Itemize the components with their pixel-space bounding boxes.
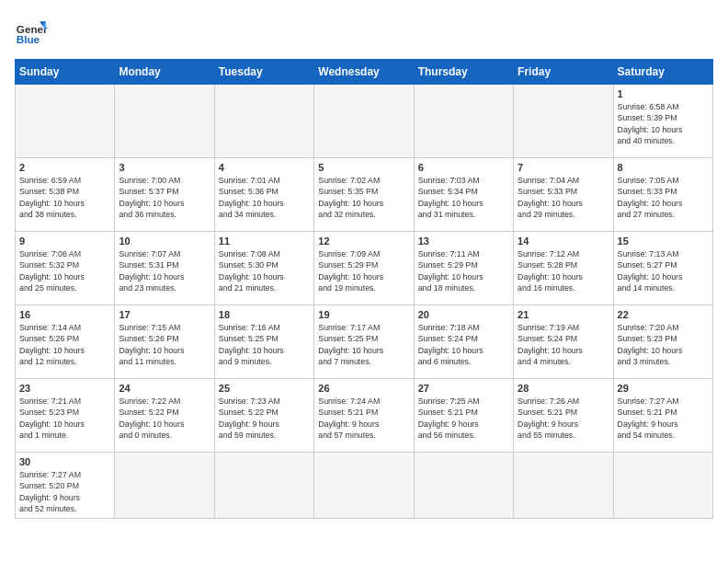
calendar-cell: 24Sunrise: 7:22 AM Sunset: 5:22 PM Dayli… <box>115 379 214 453</box>
calendar-cell <box>514 85 613 158</box>
logo: General Blue <box>15 15 48 48</box>
day-info: Sunrise: 7:04 AM Sunset: 5:33 PM Dayligh… <box>518 175 609 220</box>
day-info: Sunrise: 7:13 AM Sunset: 5:27 PM Dayligh… <box>618 248 709 293</box>
calendar-cell: 18Sunrise: 7:16 AM Sunset: 5:25 PM Dayli… <box>214 305 313 379</box>
calendar-cell: 13Sunrise: 7:11 AM Sunset: 5:29 PM Dayli… <box>414 232 513 305</box>
day-number: 11 <box>219 236 310 247</box>
day-number: 19 <box>318 309 409 320</box>
calendar-header-row: SundayMondayTuesdayWednesdayThursdayFrid… <box>16 60 713 85</box>
calendar-cell <box>115 453 214 519</box>
day-info: Sunrise: 6:59 AM Sunset: 5:38 PM Dayligh… <box>19 175 110 220</box>
day-number: 13 <box>418 236 509 247</box>
calendar-week-row: 9Sunrise: 7:06 AM Sunset: 5:32 PM Daylig… <box>16 232 713 305</box>
calendar-cell: 9Sunrise: 7:06 AM Sunset: 5:32 PM Daylig… <box>16 232 115 305</box>
day-info: Sunrise: 7:22 AM Sunset: 5:22 PM Dayligh… <box>119 396 210 441</box>
calendar-table: SundayMondayTuesdayWednesdayThursdayFrid… <box>15 59 713 519</box>
day-info: Sunrise: 7:26 AM Sunset: 5:21 PM Dayligh… <box>518 396 609 441</box>
calendar-cell <box>314 85 414 158</box>
day-info: Sunrise: 7:02 AM Sunset: 5:35 PM Dayligh… <box>318 175 409 220</box>
day-number: 27 <box>418 383 509 394</box>
day-info: Sunrise: 7:05 AM Sunset: 5:33 PM Dayligh… <box>618 175 709 220</box>
day-info: Sunrise: 7:27 AM Sunset: 5:20 PM Dayligh… <box>19 469 110 514</box>
day-info: Sunrise: 7:20 AM Sunset: 5:23 PM Dayligh… <box>618 322 709 367</box>
calendar-cell: 21Sunrise: 7:19 AM Sunset: 5:24 PM Dayli… <box>514 305 613 379</box>
calendar-week-row: 23Sunrise: 7:21 AM Sunset: 5:23 PM Dayli… <box>16 379 713 453</box>
calendar-cell: 14Sunrise: 7:12 AM Sunset: 5:28 PM Dayli… <box>514 232 613 305</box>
calendar-cell: 7Sunrise: 7:04 AM Sunset: 5:33 PM Daylig… <box>514 158 613 232</box>
day-number: 23 <box>19 383 110 394</box>
day-header-saturday: Saturday <box>613 60 712 85</box>
day-info: Sunrise: 7:01 AM Sunset: 5:36 PM Dayligh… <box>219 175 310 220</box>
day-header-thursday: Thursday <box>414 60 513 85</box>
calendar-cell <box>214 85 313 158</box>
calendar-cell <box>16 85 115 158</box>
calendar-cell: 25Sunrise: 7:23 AM Sunset: 5:22 PM Dayli… <box>214 379 313 453</box>
day-number: 24 <box>119 383 210 394</box>
day-info: Sunrise: 7:14 AM Sunset: 5:26 PM Dayligh… <box>19 322 110 367</box>
logo-icon: General Blue <box>15 15 48 48</box>
day-number: 29 <box>618 383 709 394</box>
day-number: 8 <box>618 162 709 173</box>
day-number: 18 <box>219 309 310 320</box>
day-info: Sunrise: 7:21 AM Sunset: 5:23 PM Dayligh… <box>19 396 110 441</box>
day-info: Sunrise: 7:16 AM Sunset: 5:25 PM Dayligh… <box>219 322 310 367</box>
calendar-cell: 17Sunrise: 7:15 AM Sunset: 5:26 PM Dayli… <box>115 305 214 379</box>
calendar-cell <box>414 85 513 158</box>
day-number: 5 <box>318 162 409 173</box>
day-info: Sunrise: 6:58 AM Sunset: 5:39 PM Dayligh… <box>618 101 709 146</box>
calendar-week-row: 2Sunrise: 6:59 AM Sunset: 5:38 PM Daylig… <box>16 158 713 232</box>
day-header-tuesday: Tuesday <box>214 60 313 85</box>
day-info: Sunrise: 7:12 AM Sunset: 5:28 PM Dayligh… <box>518 248 609 293</box>
calendar-cell <box>414 453 513 519</box>
calendar-cell: 12Sunrise: 7:09 AM Sunset: 5:29 PM Dayli… <box>314 232 414 305</box>
day-number: 10 <box>119 236 210 247</box>
day-info: Sunrise: 7:03 AM Sunset: 5:34 PM Dayligh… <box>418 175 509 220</box>
day-header-wednesday: Wednesday <box>314 60 414 85</box>
day-header-friday: Friday <box>514 60 613 85</box>
day-number: 6 <box>418 162 509 173</box>
calendar-cell: 30Sunrise: 7:27 AM Sunset: 5:20 PM Dayli… <box>16 453 115 519</box>
calendar-cell: 26Sunrise: 7:24 AM Sunset: 5:21 PM Dayli… <box>314 379 414 453</box>
calendar-cell: 6Sunrise: 7:03 AM Sunset: 5:34 PM Daylig… <box>414 158 513 232</box>
day-number: 1 <box>618 88 709 99</box>
day-info: Sunrise: 7:19 AM Sunset: 5:24 PM Dayligh… <box>518 322 609 367</box>
day-number: 2 <box>19 162 110 173</box>
calendar-cell: 28Sunrise: 7:26 AM Sunset: 5:21 PM Dayli… <box>514 379 613 453</box>
calendar-cell: 4Sunrise: 7:01 AM Sunset: 5:36 PM Daylig… <box>214 158 313 232</box>
day-number: 15 <box>618 236 709 247</box>
calendar-cell: 1Sunrise: 6:58 AM Sunset: 5:39 PM Daylig… <box>613 85 712 158</box>
calendar-cell: 10Sunrise: 7:07 AM Sunset: 5:31 PM Dayli… <box>115 232 214 305</box>
day-number: 21 <box>518 309 609 320</box>
calendar-week-row: 30Sunrise: 7:27 AM Sunset: 5:20 PM Dayli… <box>16 453 713 519</box>
day-number: 9 <box>19 236 110 247</box>
day-number: 4 <box>219 162 310 173</box>
day-info: Sunrise: 7:27 AM Sunset: 5:21 PM Dayligh… <box>618 396 709 441</box>
day-header-sunday: Sunday <box>16 60 115 85</box>
day-number: 28 <box>518 383 609 394</box>
calendar-cell: 5Sunrise: 7:02 AM Sunset: 5:35 PM Daylig… <box>314 158 414 232</box>
calendar-cell <box>214 453 313 519</box>
day-info: Sunrise: 7:00 AM Sunset: 5:37 PM Dayligh… <box>119 175 210 220</box>
day-info: Sunrise: 7:09 AM Sunset: 5:29 PM Dayligh… <box>318 248 409 293</box>
calendar-cell <box>514 453 613 519</box>
calendar-week-row: 16Sunrise: 7:14 AM Sunset: 5:26 PM Dayli… <box>16 305 713 379</box>
calendar-cell: 27Sunrise: 7:25 AM Sunset: 5:21 PM Dayli… <box>414 379 513 453</box>
day-info: Sunrise: 7:24 AM Sunset: 5:21 PM Dayligh… <box>318 396 409 441</box>
calendar-cell: 23Sunrise: 7:21 AM Sunset: 5:23 PM Dayli… <box>16 379 115 453</box>
calendar-cell <box>314 453 414 519</box>
calendar-cell <box>613 453 712 519</box>
calendar-cell: 3Sunrise: 7:00 AM Sunset: 5:37 PM Daylig… <box>115 158 214 232</box>
calendar-cell: 19Sunrise: 7:17 AM Sunset: 5:25 PM Dayli… <box>314 305 414 379</box>
day-info: Sunrise: 7:08 AM Sunset: 5:30 PM Dayligh… <box>219 248 310 293</box>
day-info: Sunrise: 7:06 AM Sunset: 5:32 PM Dayligh… <box>19 248 110 293</box>
day-number: 26 <box>318 383 409 394</box>
calendar-cell <box>115 85 214 158</box>
day-number: 30 <box>19 456 110 467</box>
calendar-cell: 2Sunrise: 6:59 AM Sunset: 5:38 PM Daylig… <box>16 158 115 232</box>
calendar-cell: 8Sunrise: 7:05 AM Sunset: 5:33 PM Daylig… <box>613 158 712 232</box>
day-number: 7 <box>518 162 609 173</box>
calendar-cell: 16Sunrise: 7:14 AM Sunset: 5:26 PM Dayli… <box>16 305 115 379</box>
day-number: 3 <box>119 162 210 173</box>
day-info: Sunrise: 7:18 AM Sunset: 5:24 PM Dayligh… <box>418 322 509 367</box>
calendar-cell: 15Sunrise: 7:13 AM Sunset: 5:27 PM Dayli… <box>613 232 712 305</box>
